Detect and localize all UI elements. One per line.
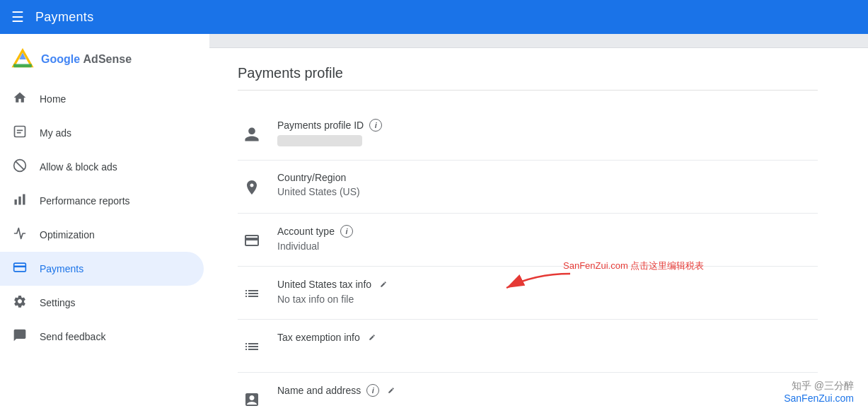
sidebar: Google AdSense Home My ads Allow & block… (0, 34, 209, 418)
tax-exemption-label-row: Tax exemption info (277, 331, 818, 344)
sidebar-item-my-ads-label: My ads (40, 127, 71, 139)
content-area: Payments profile Payments profile ID i (209, 34, 868, 418)
name-address-row: Name and address i (238, 373, 818, 418)
name-address-icon (238, 385, 266, 414)
settings-icon (11, 294, 28, 312)
tax-exemption-icon (238, 332, 266, 361)
account-type-content: Account type i Individual (277, 225, 818, 252)
account-type-value: Individual (277, 240, 818, 252)
my-ads-icon (11, 124, 28, 142)
account-type-icon (238, 226, 266, 255)
sidebar-item-performance[interactable]: Performance reports (0, 184, 204, 218)
menu-icon[interactable]: ☰ (11, 8, 24, 25)
main-layout: Google AdSense Home My ads Allow & block… (0, 34, 868, 418)
svg-rect-5 (17, 129, 23, 131)
sidebar-item-my-ads[interactable]: My ads (0, 116, 204, 150)
name-address-info-icon[interactable]: i (366, 384, 379, 397)
profile-id-label-row: Payments profile ID i (277, 119, 818, 132)
profile-id-row: Payments profile ID i (238, 108, 818, 161)
tax-exemption-label: Tax exemption info (277, 332, 360, 343)
payments-icon (11, 260, 28, 278)
page-title: Payments (35, 10, 93, 25)
sidebar-item-optimization[interactable]: Optimization (0, 218, 204, 252)
country-region-row: Country/Region United States (US) (238, 161, 818, 214)
us-tax-edit-icon[interactable] (377, 278, 390, 291)
svg-rect-6 (17, 132, 21, 133)
sidebar-item-optimization-label: Optimization (40, 229, 95, 240)
us-tax-info-row: United States tax info No tax info on fi… (238, 267, 818, 320)
sidebar-item-home-label: Home (40, 93, 66, 105)
svg-rect-13 (14, 265, 26, 267)
tax-exemption-content: Tax exemption info (277, 331, 818, 347)
sidebar-item-settings[interactable]: Settings (0, 286, 204, 320)
name-address-edit-icon[interactable] (385, 384, 398, 397)
country-label: Country/Region (277, 172, 346, 183)
profile-id-info-icon[interactable]: i (369, 119, 382, 132)
country-icon (238, 173, 266, 202)
country-value: United States (US) (277, 186, 818, 197)
svg-rect-10 (18, 196, 21, 204)
country-label-row: Country/Region (277, 172, 818, 183)
svg-rect-9 (15, 199, 17, 205)
profile-id-value (277, 134, 818, 146)
svg-line-8 (16, 161, 24, 170)
tax-exemption-row: Tax exemption info (238, 320, 818, 373)
sidebar-item-payments[interactable]: Payments (0, 252, 204, 286)
block-icon (11, 158, 28, 176)
sidebar-item-feedback[interactable]: Send feedback (0, 320, 204, 354)
profile-id-content: Payments profile ID i (277, 119, 818, 146)
sidebar-item-payments-label: Payments (40, 263, 83, 274)
optimization-icon (11, 226, 28, 244)
adsense-logo-icon (11, 48, 34, 71)
logo: Google AdSense (0, 40, 209, 82)
account-type-label-row: Account type i (277, 225, 818, 238)
sidebar-item-performance-label: Performance reports (40, 195, 130, 207)
profile-id-icon (238, 120, 266, 149)
annotation-container: SanFenZui.com 点击这里编辑税表 (563, 260, 704, 272)
us-tax-label: United States tax info (277, 279, 371, 290)
profile-id-label: Payments profile ID (277, 120, 364, 131)
account-type-label: Account type (277, 226, 335, 237)
name-address-content: Name and address i (277, 384, 818, 400)
top-header: ☰ Payments (0, 0, 868, 34)
tax-exemption-edit-icon[interactable] (366, 331, 378, 344)
performance-icon (11, 192, 28, 210)
red-arrow (478, 267, 577, 316)
svg-rect-3 (13, 64, 32, 67)
name-address-label-row: Name and address i (277, 384, 818, 397)
sidebar-item-allow-block[interactable]: Allow & block ads (0, 150, 204, 184)
svg-rect-11 (23, 194, 25, 204)
account-type-info-icon[interactable]: i (340, 225, 353, 238)
sidebar-item-settings-label: Settings (40, 297, 76, 308)
section-title: Payments profile (238, 65, 818, 91)
home-icon (11, 91, 28, 108)
country-content: Country/Region United States (US) (277, 172, 818, 197)
us-tax-icon (238, 279, 266, 308)
sidebar-item-feedback-label: Send feedback (40, 331, 105, 342)
sidebar-item-allow-block-label: Allow & block ads (40, 161, 117, 173)
sidebar-item-home[interactable]: Home (0, 82, 204, 116)
svg-rect-4 (15, 126, 25, 137)
logo-text: Google AdSense (41, 53, 132, 66)
annotation-text: SanFenZui.com 点击这里编辑税表 (563, 260, 704, 272)
content-inner: Payments profile Payments profile ID i (209, 48, 846, 418)
name-address-label: Name and address (277, 385, 361, 396)
account-type-row: Account type i Individual (238, 214, 818, 267)
feedback-icon (11, 328, 28, 346)
